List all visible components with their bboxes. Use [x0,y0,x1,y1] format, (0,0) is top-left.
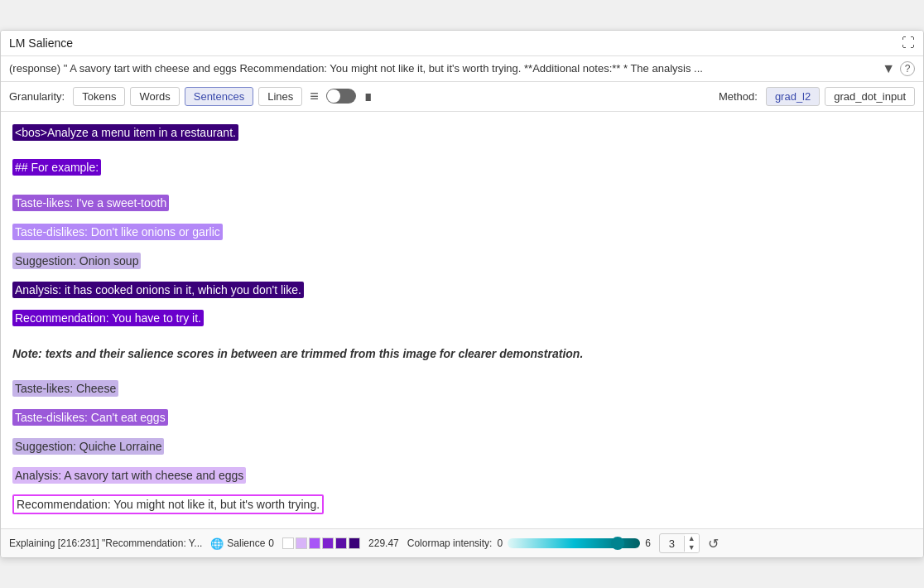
toolbar: Granularity: Tokens Words Sentences Line… [1,82,923,112]
granularity-label: Granularity: [9,90,65,103]
stepper-value: 3 [660,536,685,552]
sentence-row-2: ## For example: [12,155,912,181]
sentence-row-4: Taste-dislikes: Don't like onions or gar… [12,219,912,245]
sentence-row-11: Analysis: A savory tart with cheese and … [12,463,912,489]
colormap-thumb[interactable] [611,537,624,550]
stepper-buttons: ▲ ▼ [685,534,699,552]
toggle-switch[interactable] [326,89,356,104]
grid-icon[interactable]: ∎ [361,87,375,105]
tab-words[interactable]: Words [130,87,179,106]
salience-scale [282,537,360,549]
note-text: Note: texts and their salience scores in… [12,345,912,363]
sentence-row-5: Suggestion: Onion soup [12,248,912,274]
colormap-track[interactable] [508,538,640,548]
sentence-bos[interactable]: <bos>Analyze a menu item in a restaurant… [12,124,238,141]
planet-icon: 🌐 [210,537,224,550]
salience-min: 0 [268,537,274,549]
colormap-container: Colormap intensity: 0 6 [407,537,651,549]
stepper-up[interactable]: ▲ [685,534,699,543]
window-title: LM Salience [9,36,73,50]
title-bar: LM Salience ⛶ [1,31,923,56]
sentence-row-3: Taste-likes: I've a sweet-tooth [12,190,912,216]
tab-sentences[interactable]: Sentences [185,87,253,106]
method-label: Method: [719,90,758,103]
sentence-example[interactable]: ## For example: [12,159,101,176]
sentence-taste-likes-2[interactable]: Taste-likes: Cheese [12,380,118,397]
tab-lines[interactable]: Lines [258,87,302,106]
sentence-row-1: <bos>Analyze a menu item in a restaurant… [12,120,912,146]
sentence-row-6: Analysis: it has cooked onions in it, wh… [12,277,912,303]
stepper-down[interactable]: ▼ [685,543,699,552]
salience-max: 229.47 [368,537,399,549]
sentence-taste-likes-1[interactable]: Taste-likes: I've a sweet-tooth [12,195,169,211]
sentence-taste-dislikes-2[interactable]: Taste-dislikes: Can't eat eggs [12,409,168,426]
stepper-box: 3 ▲ ▼ [659,533,700,553]
sentence-row-7: Recommendation: You have to try it. [12,306,912,331]
response-text: (response) " A savory tart with cheese a… [9,62,877,75]
sentence-analysis-1[interactable]: Analysis: it has cooked onions in it, wh… [12,282,304,298]
sentence-analysis-2[interactable]: Analysis: A savory tart with cheese and … [12,467,246,484]
scale-box-4 [335,537,347,549]
response-bar: (response) " A savory tart with cheese a… [1,56,923,82]
sentence-recommendation-2[interactable]: Recommendation: You might not like it, b… [12,494,324,514]
main-content: <bos>Analyze a menu item in a restaurant… [1,112,923,529]
spacer-2 [12,184,912,190]
dropdown-icon[interactable]: ▼ [882,61,895,76]
scale-box-5 [349,537,360,549]
scale-box-1 [296,537,307,549]
scale-box-3 [322,537,334,549]
response-icons: ▼ ? [882,61,915,76]
toggle-knob [327,89,340,103]
scale-box-0 [282,537,294,549]
sentence-row-10: Suggestion: Quiche Lorraine [12,434,912,460]
spacer-1 [12,148,912,155]
status-bar: Explaining [216:231] "Recommendation: Y.… [1,528,923,557]
sentence-row-12: Recommendation: You might not like it, b… [12,492,912,518]
scale-box-2 [309,537,320,549]
colormap-max: 6 [645,537,651,549]
sentence-suggestion-2[interactable]: Suggestion: Quiche Lorraine [12,438,164,455]
expand-icon[interactable]: ⛶ [902,36,915,51]
toggle-container [326,89,356,104]
salience-label: Salience [227,537,265,549]
sentence-recommendation-1[interactable]: Recommendation: You have to try it. [12,310,204,326]
main-window: LM Salience ⛶ (response) " A savory tart… [0,30,924,559]
list-icon[interactable]: ≡ [307,88,321,105]
help-icon[interactable]: ? [900,61,915,76]
explaining-text: Explaining [216:231] "Recommendation: Y.… [9,537,202,549]
sentence-row-9: Taste-dislikes: Can't eat eggs [12,405,912,431]
salience-section: 🌐 Salience 0 [210,537,274,550]
refresh-button[interactable]: ↺ [708,536,719,552]
sentence-suggestion-1[interactable]: Suggestion: Onion soup [12,253,141,269]
sentence-taste-dislikes-1[interactable]: Taste-dislikes: Don't like onions or gar… [12,224,223,240]
colormap-label: Colormap intensity: [407,537,493,549]
method-grad-dot-input[interactable]: grad_dot_input [825,87,915,106]
colormap-min: 0 [497,537,503,549]
tab-tokens[interactable]: Tokens [73,87,125,106]
method-grad-l2[interactable]: grad_l2 [766,87,820,106]
sentence-row-8: Taste-likes: Cheese [12,376,912,402]
